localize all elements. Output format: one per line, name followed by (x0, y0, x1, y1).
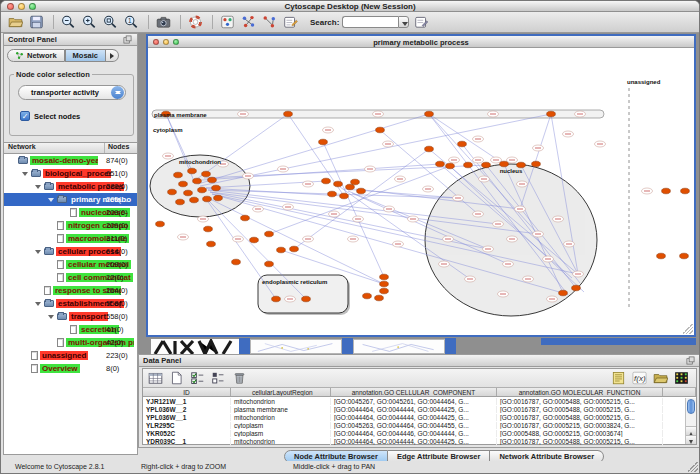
network-canvas[interactable]: plasma membranecytoplasmmitochondrionnuc… (148, 48, 694, 335)
tree-row[interactable]: biological_process651(0) (4, 167, 137, 180)
tree-row[interactable]: establishment of lo558(0) (4, 297, 137, 310)
graph-node[interactable] (340, 193, 349, 199)
graph-node[interactable] (482, 162, 491, 168)
graph-node[interactable] (203, 196, 212, 202)
graph-node[interactable] (277, 247, 286, 253)
toolbar-button-unselect-attributes-icon[interactable] (210, 370, 229, 387)
tree-row[interactable]: metabolic process280(0) (4, 180, 137, 193)
toolbar-button-open-file-icon[interactable] (7, 14, 26, 31)
graph-node[interactable] (322, 178, 331, 184)
tree-row[interactable]: Overview8(0) (4, 362, 137, 375)
graph-node[interactable] (207, 241, 216, 247)
graph-node[interactable] (193, 178, 202, 184)
graph-node[interactable] (272, 296, 281, 302)
scrollbar-thumb[interactable] (687, 399, 695, 414)
graph-node[interactable] (241, 215, 250, 221)
graph-node[interactable] (250, 237, 259, 243)
graph-node[interactable] (376, 127, 385, 133)
table-column-header[interactable]: annotation.GO MOLECULAR_FUNCTION (497, 388, 663, 396)
table-row[interactable]: YPL036W__1mitochondrion[GO:0044464, GO:0… (143, 413, 696, 421)
tree-column-network[interactable]: Network (4, 143, 105, 153)
graph-node[interactable] (265, 231, 274, 237)
graph-node[interactable] (532, 161, 541, 167)
float-panel-icon[interactable] (123, 35, 133, 45)
graph-node[interactable] (464, 162, 473, 168)
tab-network[interactable]: Network (7, 49, 65, 62)
graph-node[interactable] (179, 181, 188, 187)
graph-node[interactable] (559, 290, 568, 296)
table-column-header[interactable]: _cellularLayoutRegion (231, 388, 331, 396)
graph-node[interactable] (357, 188, 366, 194)
tree-row[interactable]: cellular metabol209(0) (4, 258, 137, 271)
tree-row[interactable]: nucleobase-209(0) (4, 206, 137, 219)
select-nodes-option[interactable]: ✓ Select nodes (20, 111, 80, 121)
table-row[interactable]: YKR052Ccytoplasm[GO:0044464, GO:0044446,… (143, 429, 696, 437)
tree-row[interactable]: response to stimulu264(0) (4, 284, 137, 297)
graph-node[interactable] (363, 293, 372, 299)
graph-node[interactable] (351, 179, 360, 185)
table-row[interactable]: YPL036W__2plasma membrane[GO:0044464, GO… (143, 405, 696, 413)
graph-node[interactable] (680, 253, 689, 259)
graph-node[interactable] (168, 189, 177, 195)
tree-column-nodes[interactable]: Nodes (105, 143, 129, 153)
toolbar-button-layout-edges-icon[interactable] (261, 14, 280, 31)
graph-node[interactable] (232, 259, 241, 265)
window-titlebar[interactable]: Cytoscape Desktop (New Session) (1, 1, 699, 12)
network-frame-titlebar[interactable]: primary metabolic process (148, 36, 694, 48)
table-row[interactable]: YDR039C__1mitochondrion[GO:0044464, GO:0… (143, 437, 696, 445)
tree-row[interactable]: macromolecule311(0) (4, 232, 137, 245)
tab-mosaic[interactable]: Mosaic (65, 49, 106, 62)
node-color-dropdown[interactable]: transporter activity (18, 85, 126, 100)
graph-node[interactable] (212, 185, 221, 191)
graph-node[interactable] (380, 281, 389, 287)
toolbar-button-snapshot-camera-icon[interactable] (155, 14, 174, 31)
graph-node[interactable] (657, 253, 666, 259)
graph-node[interactable] (302, 296, 311, 302)
table-column-header[interactable] (663, 388, 696, 396)
tree-row[interactable]: mosaic-demo-yeast874(0) (4, 154, 137, 167)
toolbar-button-attribute-list-icon[interactable] (610, 370, 629, 387)
scroll-down-arrow[interactable] (686, 435, 696, 444)
table-row[interactable]: YJR121W__1mitochondrion[GO:0045267, GO:0… (143, 397, 696, 405)
graph-node[interactable] (436, 161, 445, 167)
tree-row[interactable]: primary metabo209(... (4, 193, 137, 206)
graph-node[interactable] (190, 197, 199, 203)
graph-node[interactable] (319, 139, 328, 145)
graph-node[interactable] (446, 163, 455, 169)
search-dropdown-arrow[interactable] (398, 16, 409, 28)
toolbar-button-search-config-icon[interactable] (413, 14, 432, 31)
graph-node[interactable] (334, 181, 343, 187)
tree-row[interactable]: nitrogen compo209(0) (4, 219, 137, 232)
toolbar-button-zoom-out-icon[interactable] (60, 14, 79, 31)
toolbar-button-import-attributes-icon[interactable] (652, 370, 671, 387)
graph-node[interactable] (284, 111, 293, 117)
graph-node[interactable] (198, 187, 207, 193)
window-resize-grip[interactable] (688, 462, 698, 472)
graph-node[interactable] (202, 171, 211, 177)
graph-node[interactable] (375, 295, 384, 301)
graph-node[interactable] (174, 172, 183, 178)
toolbar-button-matrix-icon[interactable] (673, 370, 692, 387)
graph-node[interactable] (425, 111, 434, 117)
toolbar-button-formula-icon[interactable]: f(x) (631, 370, 650, 387)
table-column-header[interactable]: annotation.GO CELLULAR_COMPONENT (331, 388, 497, 396)
toolbar-button-zoom-in-icon[interactable] (81, 14, 100, 31)
tree-row[interactable]: multi-organism pro42(0) (4, 336, 137, 349)
tree-row[interactable]: cellular process614(0) (4, 245, 137, 258)
toolbar-button-new-attribute-icon[interactable] (168, 370, 187, 387)
scroll-up-arrow[interactable] (686, 426, 696, 435)
toolbar-button-zoom-fit-icon[interactable]: 1 (123, 14, 142, 31)
graph-node[interactable] (458, 141, 467, 147)
graph-node[interactable] (500, 161, 509, 167)
graph-node[interactable] (208, 177, 217, 183)
toolbar-button-attribute-editor-icon[interactable] (282, 14, 301, 31)
float-panel-icon[interactable] (686, 356, 696, 366)
search-input[interactable] (342, 16, 398, 28)
graph-node[interactable] (517, 162, 526, 168)
tree-row[interactable]: unassigned223(0) (4, 349, 137, 362)
graph-node[interactable] (188, 168, 197, 174)
graph-node[interactable] (214, 195, 223, 201)
table-column-header[interactable]: ID (143, 388, 231, 396)
toolbar-button-vizmapper-icon[interactable] (219, 14, 238, 31)
toolbar-button-zoom-selected-icon[interactable] (102, 14, 121, 31)
